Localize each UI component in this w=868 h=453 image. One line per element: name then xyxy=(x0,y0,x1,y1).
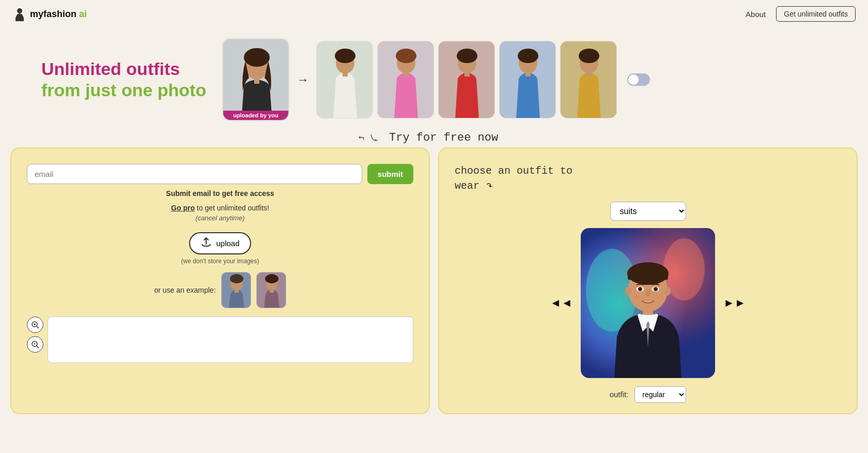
hero-outfits xyxy=(316,41,617,118)
logo-icon xyxy=(12,7,27,21)
left-panel: submit Submit email to get free access G… xyxy=(10,147,430,414)
next-photo-button[interactable]: ►► xyxy=(723,296,746,310)
curve-arrow-icon: ↷ xyxy=(483,178,495,195)
example-row: or use an example: xyxy=(27,272,413,308)
photo-nav-row: ◄◄ xyxy=(455,228,841,378)
svg-point-53 xyxy=(654,287,658,291)
go-pro-suffix: to get unlimited outfits! xyxy=(197,204,269,212)
svg-rect-13 xyxy=(404,71,409,77)
svg-point-20 xyxy=(518,49,538,63)
svg-point-0 xyxy=(17,8,22,13)
example-label: or use an example: xyxy=(154,286,215,294)
canvas-area xyxy=(27,316,413,363)
nav-right: About Get unlimited outfits xyxy=(746,6,856,22)
main-photo-svg xyxy=(223,39,289,121)
outfit-select-row: suits casual formal sportswear dress xyxy=(455,202,841,221)
outfit-select[interactable]: suits casual formal sportswear dress xyxy=(610,202,686,221)
uploaded-photo: uploaded by you xyxy=(222,38,289,121)
hero-headline: Unlimited outfits from just one photo xyxy=(41,58,207,101)
right-panel: choose an outfit towear ↷ suits casual f… xyxy=(438,147,858,414)
example-thumb-1[interactable] xyxy=(221,272,251,308)
zoom-in-button[interactable] xyxy=(27,316,43,333)
svg-point-28 xyxy=(230,274,243,283)
svg-rect-33 xyxy=(270,289,274,293)
svg-point-54 xyxy=(632,295,641,300)
navbar: myfashion ai About Get unlimited outfits xyxy=(0,0,868,28)
svg-point-47 xyxy=(625,286,631,296)
outfit-type-select[interactable]: regular slim loose xyxy=(634,386,686,403)
go-pro-row: Go pro to get unlimited outfits! xyxy=(27,204,413,212)
email-input[interactable] xyxy=(27,164,362,184)
hero-arrow: → xyxy=(297,72,309,87)
try-text: Try for free now xyxy=(370,131,498,144)
hero-section: Unlimited outfits from just one photo xyxy=(0,28,868,126)
svg-rect-21 xyxy=(525,71,531,77)
svg-line-35 xyxy=(37,326,39,328)
main-panels: submit Submit email to get free access G… xyxy=(0,147,868,425)
svg-rect-29 xyxy=(235,289,239,293)
prev-photo-button[interactable]: ◄◄ xyxy=(550,296,572,310)
upload-label: upload xyxy=(216,239,239,248)
upload-button[interactable]: upload xyxy=(189,232,251,254)
outfit-label: outfit: xyxy=(610,390,629,399)
try-section: Try for free now xyxy=(0,126,868,147)
svg-point-16 xyxy=(457,49,477,63)
main-outfit-photo xyxy=(581,228,715,378)
toggle-switch[interactable] xyxy=(627,73,650,86)
outfit-thumb-1[interactable] xyxy=(316,41,373,118)
uploaded-badge: uploaded by you xyxy=(223,111,288,120)
svg-point-48 xyxy=(664,286,671,296)
upload-section: upload xyxy=(27,232,413,254)
svg-point-52 xyxy=(638,287,642,291)
zoom-out-button[interactable] xyxy=(27,336,43,353)
svg-point-8 xyxy=(335,49,355,63)
svg-rect-9 xyxy=(343,71,348,77)
outfit-thumb-5[interactable] xyxy=(560,41,617,118)
choose-outfit-label: choose an outfit towear ↷ xyxy=(455,164,572,194)
outfit-thumb-2[interactable] xyxy=(377,41,434,118)
example-thumb-2[interactable] xyxy=(256,272,286,308)
go-pro-link[interactable]: Go pro xyxy=(171,204,195,212)
svg-point-4 xyxy=(244,48,270,67)
zoom-controls xyxy=(27,316,43,363)
svg-rect-25 xyxy=(586,71,592,77)
logo: myfashion ai xyxy=(12,7,87,21)
hero-text: Unlimited outfits from just one photo xyxy=(41,58,207,101)
get-unlimited-button[interactable]: Get unlimited outfits xyxy=(776,6,856,22)
svg-point-32 xyxy=(265,274,278,283)
svg-rect-17 xyxy=(464,71,470,77)
about-link[interactable]: About xyxy=(746,10,766,19)
canvas-box xyxy=(48,316,413,363)
submit-button[interactable]: submit xyxy=(367,164,413,184)
outfit-label-row: outfit: regular slim loose xyxy=(455,386,841,403)
hero-photos: uploaded by you → xyxy=(222,38,650,121)
svg-rect-5 xyxy=(254,78,259,84)
submit-hint: Submit email to get free access xyxy=(27,189,413,198)
svg-line-39 xyxy=(37,346,39,348)
outfit-thumb-4[interactable] xyxy=(499,41,556,118)
email-row: submit xyxy=(27,164,413,184)
upload-icon xyxy=(200,237,212,249)
svg-point-55 xyxy=(655,295,663,300)
cancel-note: (cancel anytime) xyxy=(27,214,413,222)
logo-text: myfashion ai xyxy=(30,9,87,20)
outfit-thumb-3[interactable] xyxy=(438,41,495,118)
arrow-icon xyxy=(370,132,380,143)
svg-point-24 xyxy=(579,49,599,63)
no-store-note: (we don't store your images) xyxy=(27,258,413,265)
